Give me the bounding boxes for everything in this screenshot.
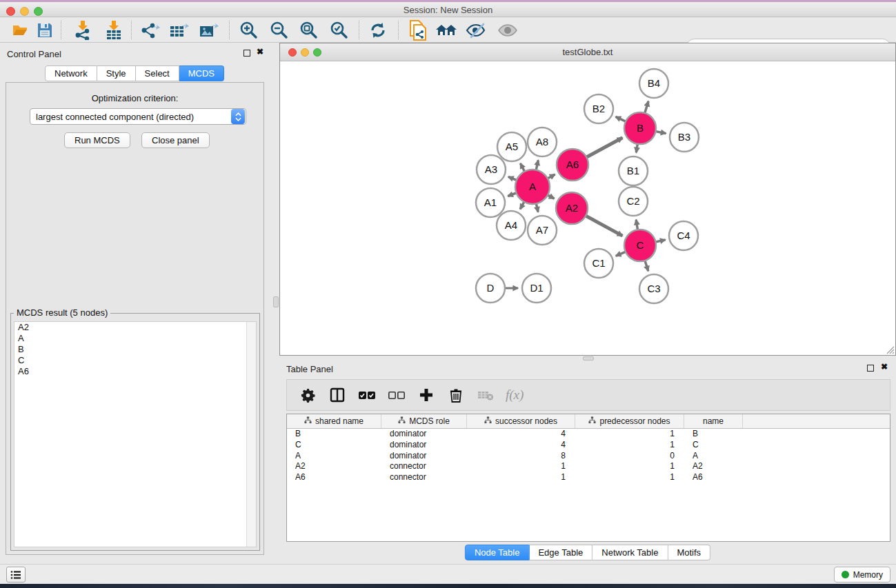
zoom-out-icon[interactable] — [268, 20, 291, 41]
cell-predecessor-nodes[interactable]: 1 — [575, 440, 684, 451]
network-title: testGlobe.txt — [280, 47, 895, 57]
clone-network-icon[interactable] — [406, 20, 430, 41]
table-panel-titlebar: Table Panel ✖ — [279, 358, 896, 378]
node-label-B2: B2 — [593, 103, 605, 114]
network-graph[interactable]: B4B2BB3A8A5A6A3B1AC2A1A2A4A7C4CC1DD1C3 — [280, 61, 895, 356]
cell-MCDS-role[interactable]: dominator — [381, 451, 467, 462]
column-header-predecessor-nodes[interactable]: predecessor nodes — [575, 414, 684, 428]
mcds-result-title: MCDS result (5 nodes) — [14, 307, 110, 318]
node-label-B1: B1 — [627, 165, 639, 176]
cell-name[interactable]: C — [684, 440, 743, 451]
run-mcds-button[interactable]: Run MCDS — [64, 132, 130, 148]
refresh-icon[interactable] — [366, 20, 390, 41]
cell-shared-name[interactable]: A — [287, 451, 381, 462]
cell-predecessor-nodes[interactable]: 0 — [575, 451, 684, 462]
result-list-scrollbar[interactable] — [246, 322, 256, 547]
attribute-type-icon — [304, 416, 312, 426]
table-settings-gear-icon[interactable] — [298, 388, 317, 403]
cell-MCDS-role[interactable]: connector — [381, 461, 467, 472]
table-row[interactable]: A6connector11A6 — [287, 472, 890, 483]
cell-predecessor-nodes[interactable]: 1 — [575, 461, 684, 472]
tab-motifs[interactable]: Motifs — [668, 545, 710, 560]
node-label-B4: B4 — [648, 77, 660, 89]
optimization-criterion-select[interactable]: largest connected component (directed) — [30, 108, 246, 125]
resize-grip-icon[interactable] — [886, 345, 895, 354]
cell-successor-nodes[interactable]: 1 — [467, 461, 575, 472]
cell-name[interactable]: A6 — [684, 472, 743, 483]
save-session-icon[interactable] — [33, 20, 57, 41]
import-network-icon[interactable] — [71, 20, 94, 41]
tab-select[interactable]: Select — [136, 65, 179, 81]
node-label-C2: C2 — [626, 195, 639, 207]
export-network-icon[interactable] — [139, 20, 162, 41]
cell-MCDS-role[interactable]: connector — [381, 472, 467, 483]
zoom-fit-icon[interactable] — [297, 20, 321, 41]
zoom-selected-icon[interactable] — [328, 20, 351, 41]
node-label-A7: A7 — [536, 224, 548, 236]
network-overview-icon[interactable] — [435, 20, 458, 41]
add-column-plus-icon[interactable] — [417, 388, 436, 402]
cell-shared-name[interactable]: A2 — [287, 461, 381, 472]
open-session-icon[interactable] — [9, 20, 32, 41]
cell-name[interactable]: B — [684, 429, 743, 440]
task-history-button[interactable] — [6, 567, 26, 582]
cell-predecessor-nodes[interactable]: 1 — [575, 429, 684, 440]
cell-name[interactable]: A2 — [684, 461, 743, 472]
tab-mcds[interactable]: MCDS — [179, 65, 224, 81]
toolbar-separator — [359, 21, 359, 39]
zoom-in-icon[interactable] — [237, 20, 261, 41]
tab-node-table[interactable]: Node Table — [465, 545, 530, 560]
panel-divider-handle[interactable] — [273, 296, 279, 307]
table-row[interactable]: Adominator80A — [287, 451, 890, 462]
hide-panels-eye-slash-icon[interactable] — [464, 20, 488, 41]
deselect-all-icon[interactable] — [387, 391, 406, 400]
optimization-criterion-label: Optimization criterion: — [6, 93, 263, 103]
table-row[interactable]: A2connector11A2 — [287, 461, 890, 472]
close-panel-icon[interactable]: ✖ — [881, 362, 888, 372]
export-table-icon[interactable] — [168, 20, 191, 41]
select-all-icon[interactable] — [357, 391, 377, 400]
result-list-item[interactable]: A — [14, 333, 256, 344]
tab-edge-table[interactable]: Edge Table — [529, 545, 593, 560]
export-image-icon[interactable] — [197, 20, 221, 41]
cell-successor-nodes[interactable]: 8 — [467, 451, 575, 462]
column-header-shared-name[interactable]: shared name — [287, 414, 381, 428]
result-list-item[interactable]: A6 — [14, 366, 256, 377]
cell-MCDS-role[interactable]: dominator — [381, 429, 467, 440]
close-panel-button[interactable]: Close panel — [141, 132, 210, 148]
cell-shared-name[interactable]: A6 — [287, 472, 381, 483]
network-window-titlebar[interactable]: testGlobe.txt — [280, 43, 895, 61]
delete-trash-icon[interactable] — [446, 388, 466, 403]
import-table-icon[interactable] — [102, 20, 126, 41]
show-panels-eye-icon[interactable] — [496, 20, 519, 41]
float-panel-icon[interactable] — [243, 50, 250, 57]
table-row[interactable]: Cdominator41C — [287, 440, 890, 451]
column-header-successor-nodes[interactable]: successor nodes — [467, 414, 575, 428]
cell-successor-nodes[interactable]: 4 — [467, 440, 575, 451]
network-view-window: testGlobe.txt B4B2BB3A8A5A6A3B1AC2A1A2A4… — [279, 43, 896, 356]
result-list-item[interactable]: C — [14, 355, 256, 366]
float-panel-icon[interactable] — [867, 365, 874, 372]
control-panel: Control Panel ✖ NetworkStyleSelectMCDS O… — [0, 43, 269, 564]
cell-successor-nodes[interactable]: 4 — [467, 429, 575, 440]
cell-successor-nodes[interactable]: 1 — [467, 472, 575, 483]
column-header-MCDS-role[interactable]: MCDS role — [381, 414, 467, 428]
close-panel-icon[interactable]: ✖ — [257, 47, 263, 57]
cell-name[interactable]: A — [684, 451, 743, 462]
show-columns-icon[interactable] — [328, 387, 347, 403]
tab-network[interactable]: Network — [45, 65, 97, 81]
table-row[interactable]: Bdominator41B — [287, 429, 890, 440]
network-canvas[interactable]: B4B2BB3A8A5A6A3B1AC2A1A2A4A7C4CC1DD1C3 — [280, 61, 895, 355]
result-list-item[interactable]: B — [14, 344, 256, 355]
column-header-name[interactable]: name — [684, 414, 743, 428]
tab-network-table[interactable]: Network Table — [593, 545, 668, 560]
cell-shared-name[interactable]: C — [287, 440, 381, 451]
session-title: Session: New Session — [0, 5, 896, 15]
memory-button[interactable]: Memory — [834, 567, 890, 582]
tab-style[interactable]: Style — [97, 65, 136, 81]
result-list-item[interactable]: A2 — [14, 322, 256, 333]
cell-shared-name[interactable]: B — [287, 429, 381, 440]
cell-predecessor-nodes[interactable]: 1 — [575, 472, 684, 483]
cell-MCDS-role[interactable]: dominator — [381, 440, 467, 451]
node-label-A6: A6 — [566, 159, 579, 170]
